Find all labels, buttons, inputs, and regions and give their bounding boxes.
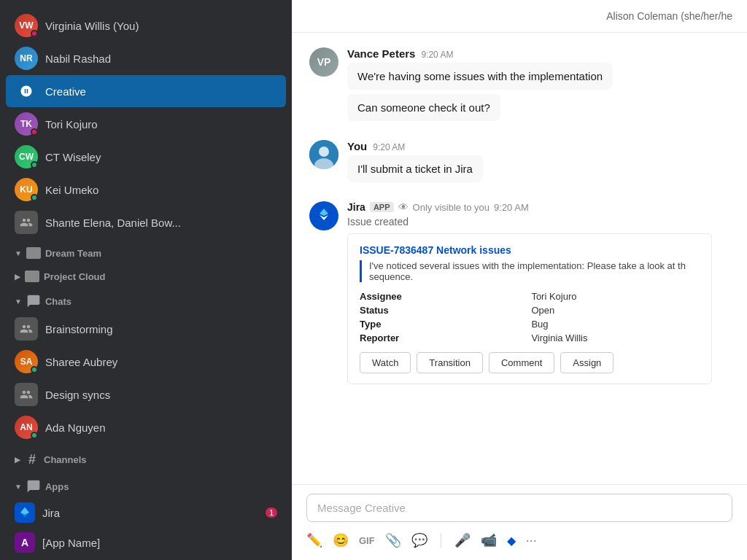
section-channels[interactable]: ▶ # Channels [6, 445, 286, 470]
you-avatar [309, 140, 338, 169]
field-value: Virginia Willis [531, 332, 700, 343]
comment-button[interactable]: Comment [489, 352, 554, 373]
sidebar-item-creative[interactable]: Creative [6, 75, 286, 107]
avatar-group [15, 317, 38, 341]
sidebar-item-label: Kei Umeko [45, 184, 98, 196]
message-avatar [309, 140, 338, 169]
jira-avatar [309, 201, 338, 230]
avatar [15, 79, 38, 103]
input-placeholder: Message Creative [317, 502, 406, 514]
sidebar-item-shante[interactable]: Shante Elena, Daniel Bow... [6, 206, 286, 238]
field-value: Bug [531, 319, 700, 330]
app-icon: A [15, 532, 35, 553]
sidebar-item-label: Brainstorming [45, 323, 113, 335]
sidebar-item-sharee[interactable]: SA Sharee Aubrey [6, 346, 286, 378]
sidebar-item-virginia[interactable]: VW Virginia Willis (You) [6, 9, 286, 42]
field-value: Open [531, 305, 700, 316]
sidebar-item-label: Tori Kojuro [45, 118, 98, 131]
sidebar-item-design-syncs[interactable]: Design syncs [6, 378, 286, 411]
main-header: Alison Coleman (she/her/he [292, 0, 747, 33]
status-indicator [31, 161, 38, 168]
status-indicator [31, 194, 38, 201]
issue-created-label: Issue created [347, 216, 712, 228]
status-indicator [31, 366, 38, 373]
avatar: AN [15, 416, 38, 439]
sidebar-item-ct[interactable]: CW CT Wiseley [6, 141, 286, 173]
section-apps[interactable]: ▼ Apps [6, 472, 286, 497]
avatar: SA [15, 350, 38, 373]
chevron-right-icon: ▶ [15, 456, 20, 464]
section-chats[interactable]: ▼ Chats [6, 287, 286, 311]
sidebar-item-label: Creative [45, 85, 86, 98]
status-indicator [31, 128, 38, 136]
sidebar-item-label: Sharee Aubrey [45, 356, 117, 368]
sidebar-item-app2[interactable]: A [App Name] [6, 528, 286, 557]
avatar-group [15, 383, 38, 406]
section-project-cloud[interactable]: ▶ Project Cloud [6, 263, 286, 285]
section-label: Project Cloud [44, 271, 106, 282]
message-meta: Vance Peters 9:20 AM [347, 47, 729, 60]
sidebar-item-jira[interactable]: Jira 1 [6, 498, 286, 527]
folder-icon [26, 247, 41, 259]
sidebar-item-label: Virginia Willis (You) [45, 20, 139, 32]
jira-actions: Watch Transition Comment Assign [360, 352, 700, 373]
sidebar: VW Virginia Willis (You) NR Nabil Rashad… [0, 0, 292, 560]
chevron-right-icon: ▶ [15, 273, 20, 281]
sidebar-item-ada[interactable]: AN Ada Nguyen [6, 411, 286, 443]
svg-point-1 [319, 147, 329, 157]
jira-icon [15, 502, 35, 523]
avatar-group [15, 211, 38, 234]
field-label: Assignee [360, 291, 514, 302]
section-label: Dream Team [45, 248, 101, 259]
message-bubble: I'll submit a ticket in Jira [347, 155, 483, 182]
sidebar-item-label: Shante Elena, Daniel Bow... [45, 217, 181, 229]
sidebar-item-label: Design syncs [45, 389, 110, 401]
app-badge: APP [370, 202, 394, 212]
assign-button[interactable]: Assign [560, 352, 614, 373]
edit-icon[interactable]: ✏️ [306, 532, 322, 548]
message-avatar: VP [309, 47, 338, 77]
emoji-icon[interactable]: 😊 [333, 532, 349, 548]
gif-icon[interactable]: GIF [359, 535, 375, 546]
jira-message-group: Jira APP 👁 Only visible to you 9:20 AM I… [309, 201, 729, 384]
sidebar-item-label: CT Wiseley [45, 151, 101, 163]
avatar: KU [15, 178, 38, 201]
user-info: Alison Coleman (she/her/he [606, 10, 732, 22]
field-label: Status [360, 305, 514, 316]
mention-icon[interactable]: 💬 [411, 532, 427, 548]
message-author: Vance Peters [347, 47, 415, 60]
jira-sender: Jira [347, 201, 365, 213]
notification-badge: 1 [266, 508, 277, 518]
input-area: Message Creative ✏️ 😊 GIF 📎 💬 🎤 📹 ◆ ··· [292, 484, 747, 560]
sidebar-item-label: Jira [42, 507, 60, 519]
section-label: Channels [44, 454, 87, 465]
section-dream-team[interactable]: ▼ Dream Team [6, 240, 286, 262]
mic-icon[interactable]: 🎤 [454, 532, 471, 548]
message-time: 9:20 AM [373, 142, 405, 152]
sidebar-item-tori[interactable]: TK Tori Kojuro [6, 108, 286, 140]
attachment-icon[interactable]: 📎 [385, 532, 401, 548]
sidebar-item-kei[interactable]: KU Kei Umeko [6, 174, 286, 206]
more-icon[interactable]: ··· [526, 533, 537, 548]
message-input[interactable]: Message Creative [306, 494, 732, 522]
eye-icon: 👁 [398, 201, 409, 213]
field-label: Type [360, 319, 514, 330]
hash-icon: # [25, 452, 39, 467]
jira-time: 9:20 AM [494, 202, 529, 213]
transition-button[interactable]: Transition [417, 352, 483, 373]
avatar: TK [15, 112, 38, 136]
sidebar-item-label: Nabil Rashad [45, 52, 111, 65]
section-label: Chats [45, 296, 71, 307]
message-bubble: Can someone check it out? [347, 94, 500, 121]
watch-button[interactable]: Watch [360, 352, 411, 373]
message-group: VP Vance Peters 9:20 AM We're having som… [309, 47, 729, 125]
jira-inline-icon[interactable]: ◆ [507, 534, 516, 548]
messages-area: VP Vance Peters 9:20 AM We're having som… [292, 33, 747, 484]
sidebar-item-nabil[interactable]: NR Nabil Rashad [6, 42, 286, 74]
video-icon[interactable]: 📹 [481, 532, 497, 548]
jira-card: ISSUE-7836487 Network issues I've notice… [347, 233, 712, 384]
message-author: You [347, 140, 367, 152]
message-bubble: We're having some issues with the implem… [347, 63, 613, 90]
main-panel: Alison Coleman (she/her/he VP Vance Pete… [292, 0, 747, 560]
sidebar-item-brainstorming[interactable]: Brainstorming [6, 313, 286, 345]
